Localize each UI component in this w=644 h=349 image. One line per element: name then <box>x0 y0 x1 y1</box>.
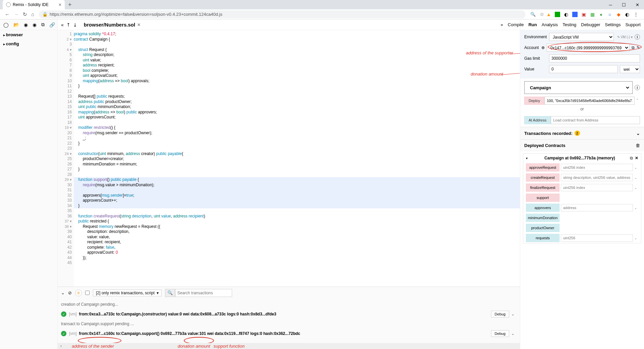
file-tab-label: browser/Numbers.sol <box>84 22 135 28</box>
reload-button[interactable]: ↻ <box>21 11 29 17</box>
code-area[interactable]: pragma solidity ^0.4.17;contract Campaig… <box>74 30 520 287</box>
fn-button-minimumDonation[interactable]: minimumDonation <box>526 214 559 222</box>
collapse-icon[interactable]: « <box>61 22 64 28</box>
ext-icon[interactable] <box>555 12 560 17</box>
minimize-icon[interactable]: ─ <box>604 2 617 7</box>
close-icon[interactable]: ✕ <box>631 2 644 7</box>
fn-input[interactable] <box>561 164 633 171</box>
ext-icon[interactable]: ◆ <box>616 12 621 17</box>
ext-icon[interactable]: ▦ <box>590 12 595 17</box>
fn-input[interactable] <box>561 234 633 242</box>
expand-icon[interactable]: ⌄ <box>633 206 638 210</box>
maximize-icon[interactable]: ☐ <box>617 2 631 7</box>
tx-recorded-header[interactable]: Transactions recorded: 2 ⌄ <box>520 127 644 139</box>
menu-icon[interactable]: ⋮ <box>633 12 639 17</box>
tab-settings[interactable]: Settings <box>605 22 621 27</box>
tab-testing[interactable]: Testing <box>562 22 576 27</box>
tab-debugger[interactable]: Debugger <box>581 22 600 27</box>
expand-icon[interactable]: ⌄ <box>61 290 65 295</box>
new-tab-button[interactable]: + <box>65 1 75 8</box>
file-tab[interactable]: browser/Numbers.sol ✕ <box>80 20 144 29</box>
ext-icon[interactable]: ◐ <box>564 12 569 17</box>
clear-icon[interactable]: ⊘ <box>68 290 72 295</box>
window-controls: ─ ☐ ✕ <box>604 2 644 7</box>
gas-input[interactable] <box>549 54 640 62</box>
expand-icon[interactable]: ⌄ <box>509 312 517 316</box>
open-icon[interactable]: 📂 <box>13 22 19 28</box>
tab-run[interactable]: Run <box>528 22 537 27</box>
info-icon[interactable]: i <box>635 85 640 90</box>
deploy-button[interactable]: Deploy <box>524 97 544 105</box>
expand-icon[interactable]: ⌄ <box>633 176 638 180</box>
debug-button[interactable]: Debug <box>491 311 509 317</box>
fn-button-approvers[interactable]: approvers <box>526 204 559 212</box>
tree-folder-browser[interactable]: browser <box>0 30 57 39</box>
copy-icon[interactable]: ⧉ <box>41 22 45 28</box>
github-icon[interactable]: ◉ <box>33 22 37 28</box>
fn-button-support[interactable]: support <box>526 194 559 202</box>
fn-input[interactable] <box>561 204 633 211</box>
value-input[interactable] <box>549 65 618 73</box>
search-icon[interactable]: 🔍 <box>165 289 175 297</box>
edit-icon[interactable]: ✎ <box>637 45 640 50</box>
chevron-down-icon[interactable]: ⌄ <box>636 131 640 136</box>
fn-button-approveRequest[interactable]: approveRequest <box>526 163 559 171</box>
listen-checkbox[interactable] <box>85 291 90 295</box>
tree-folder-config[interactable]: config <box>0 39 57 48</box>
expand-icon[interactable]: ⌄ <box>509 331 517 336</box>
ext-icon[interactable]: ◐ <box>625 12 630 17</box>
expand-icon[interactable]: ⌄ <box>633 236 638 240</box>
ext-icon[interactable]: ▣ <box>581 12 586 17</box>
value-unit-select[interactable]: wei <box>620 65 640 73</box>
github-icon[interactable]: ◉ <box>24 22 28 28</box>
fn-button-finalizeRequest[interactable]: finalizeRequest <box>526 184 559 192</box>
or-label: or <box>524 105 640 113</box>
copy-icon[interactable]: ⧉ <box>630 156 633 160</box>
info-icon[interactable]: i <box>635 34 640 40</box>
home-button[interactable]: ⌂ <box>29 11 36 17</box>
copy-icon[interactable]: ⧉ <box>632 45 635 50</box>
upload-icon[interactable]: ⤒ <box>66 22 70 28</box>
new-file-icon[interactable]: ◯ <box>3 22 9 28</box>
ext-icon[interactable]: ○ <box>607 12 612 17</box>
contract-select[interactable]: Campaign <box>527 84 630 92</box>
ext-icon[interactable]: ▲ <box>546 12 551 17</box>
expand-icon[interactable]: ⌄ <box>635 97 640 105</box>
tab-close-icon[interactable]: × <box>59 2 61 7</box>
env-select[interactable]: JavaScript VM <box>549 33 614 41</box>
browser-tab[interactable]: Remix - Solidity IDE × <box>3 0 65 9</box>
account-select[interactable]: 0x147...c160c (99.99999999999993769 <box>547 44 630 52</box>
debug-button[interactable]: Debug <box>491 330 509 337</box>
instance-header[interactable]: ▾ Campaign at 0x692...77b3a (memory) ⧉ ✕ <box>523 154 641 162</box>
file-tab-close-icon[interactable]: ✕ <box>137 22 141 27</box>
tx-filter-dropdown[interactable]: [2] only remix transactions, script▾ <box>93 290 162 296</box>
zoom-icon[interactable]: 🔍 <box>528 12 538 17</box>
download-icon[interactable]: ⤓ <box>73 22 77 28</box>
terminal-search-input[interactable] <box>175 289 232 297</box>
account-add-icon[interactable]: ⊕ <box>541 45 545 50</box>
code-editor[interactable]: 12 ▾34 ▾5678910111213141516171819 ▾20212… <box>58 30 520 287</box>
fn-button-createRequest[interactable]: createRequest <box>526 173 559 182</box>
ext-icon[interactable] <box>572 12 578 17</box>
at-address-button[interactable]: At Address <box>524 116 551 124</box>
terminal-prompt-icon[interactable]: › <box>60 344 62 348</box>
tab-support[interactable]: Support <box>625 22 641 27</box>
star-icon[interactable]: ☆ <box>538 11 546 17</box>
link-icon[interactable]: 🔗 <box>49 22 55 28</box>
at-address-input[interactable] <box>551 116 640 124</box>
fn-input[interactable] <box>561 184 633 191</box>
ext-icon[interactable]: ● <box>598 12 604 17</box>
back-button[interactable]: ← <box>3 11 12 17</box>
fn-input[interactable] <box>561 174 633 181</box>
expand-icon[interactable]: ⌄ <box>633 186 638 190</box>
forward-button[interactable]: → <box>12 11 21 17</box>
expand-icon[interactable]: ⌄ <box>633 166 638 169</box>
trash-icon[interactable]: 🗑 <box>636 143 640 148</box>
deploy-args-input[interactable] <box>544 97 635 105</box>
fn-button-productOwner[interactable]: productOwner <box>526 224 559 232</box>
fn-button-requests[interactable]: requests <box>526 234 559 242</box>
tab-analysis[interactable]: Analysis <box>542 22 558 27</box>
url-bar[interactable]: 🔒 https://remix.ethereum.org/#optimize=f… <box>39 10 526 18</box>
close-icon[interactable]: ✕ <box>635 156 638 160</box>
terminal-output[interactable]: creation of Campaign pending...✓[vm] fro… <box>58 299 520 349</box>
